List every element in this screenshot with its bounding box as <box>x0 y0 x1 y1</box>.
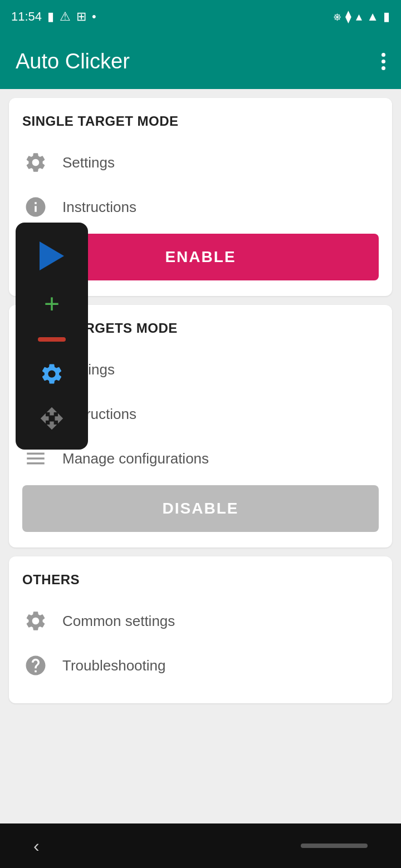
info-icon <box>22 194 49 220</box>
play-button[interactable] <box>16 231 88 280</box>
troubleshooting-label: Troubleshooting <box>62 657 166 674</box>
more-vert-icon[interactable] <box>382 53 385 70</box>
wifi-icon: ▴ <box>356 9 362 24</box>
help-icon <box>22 652 49 679</box>
play-icon <box>40 241 64 270</box>
app-title: Auto Clicker <box>16 50 130 73</box>
bluetooth-icon: ⎈ <box>334 9 341 24</box>
remove-button[interactable] <box>16 327 88 352</box>
common-settings-icon <box>22 608 49 634</box>
app-bar: Auto Clicker <box>0 33 401 89</box>
message-icon: ▮ <box>47 9 54 24</box>
manage-config-label: Manage configurations <box>62 450 209 467</box>
settings-toolbar-button[interactable] <box>16 352 88 396</box>
bottom-navigation: ‹ <box>0 823 401 868</box>
disable-button[interactable]: DISABLE <box>22 485 379 532</box>
signal-strength-icon: ▲ <box>366 9 379 24</box>
status-bar: 11:54 ▮ ⚠ ⊞ • ⎈ ⧫ ▴ ▲ ▮ <box>0 0 401 33</box>
single-settings-item[interactable]: Settings <box>22 140 379 185</box>
alert-icon: ⚠ <box>60 9 71 24</box>
signal-icon: ⊞ <box>76 9 86 24</box>
add-button[interactable]: + <box>16 280 88 327</box>
add-icon: + <box>44 290 60 317</box>
home-indicator[interactable] <box>301 844 368 848</box>
common-settings-label: Common settings <box>62 613 175 630</box>
troubleshooting-item[interactable]: Troubleshooting <box>22 643 379 688</box>
battery-icon: ▮ <box>383 9 390 24</box>
remove-icon <box>38 337 66 342</box>
floating-toolbar: + <box>16 223 88 450</box>
back-button[interactable]: ‹ <box>33 836 40 856</box>
single-settings-label: Settings <box>62 154 115 171</box>
others-title: OTHERS <box>22 572 379 588</box>
settings-toolbar-icon <box>40 362 64 386</box>
settings-icon <box>22 149 49 176</box>
vibrate-icon: ⧫ <box>345 9 351 24</box>
time: 11:54 <box>11 9 42 24</box>
single-instructions-label: Instructions <box>62 199 136 216</box>
common-settings-item[interactable]: Common settings <box>22 599 379 643</box>
move-icon <box>40 406 64 431</box>
dot-icon: • <box>92 9 96 24</box>
status-right: ⎈ ⧫ ▴ ▲ ▮ <box>334 9 390 24</box>
status-left: 11:54 ▮ ⚠ ⊞ • <box>11 9 96 24</box>
move-button[interactable] <box>16 396 88 441</box>
others-card: OTHERS Common settings Troubleshooting <box>9 556 392 703</box>
single-target-title: SINGLE TARGET MODE <box>22 114 379 129</box>
